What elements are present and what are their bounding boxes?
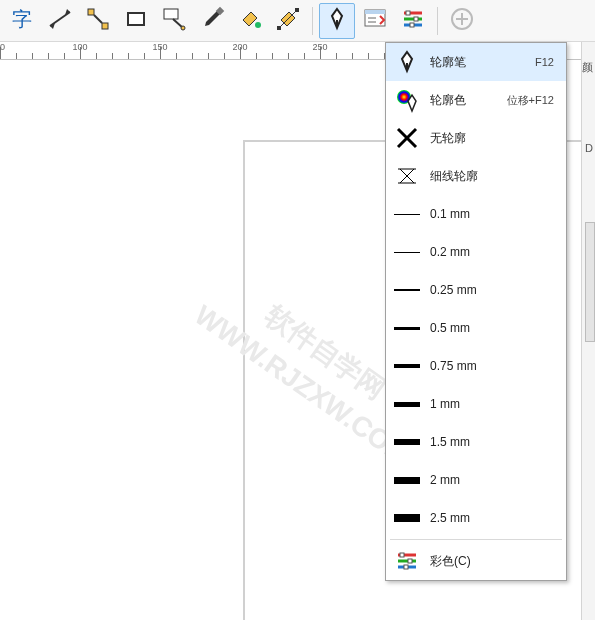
svg-rect-15	[295, 8, 299, 12]
dimension-tool-button[interactable]	[42, 3, 78, 39]
menu-item-label: 2 mm	[430, 473, 558, 487]
svg-rect-25	[414, 17, 418, 21]
svg-rect-24	[406, 11, 410, 15]
callout-tool-button[interactable]	[156, 3, 192, 39]
menu-item-label: 0.5 mm	[430, 321, 558, 335]
menu-item-label: 0.75 mm	[430, 359, 558, 373]
menu-item-10[interactable]: 1.5 mm	[386, 423, 566, 461]
interactive-fill-button[interactable]	[270, 3, 306, 39]
menu-item-0[interactable]: 轮廓笔F12	[386, 43, 566, 81]
menu-item-1[interactable]: 轮廓色位移+F12	[386, 81, 566, 119]
menu-item-7[interactable]: 0.5 mm	[386, 309, 566, 347]
line-width-sample	[394, 477, 420, 484]
menu-item-3[interactable]: 细线轮廓	[386, 157, 566, 195]
menu-item-14[interactable]: 彩色(C)	[386, 542, 566, 580]
menu-separator	[390, 539, 562, 540]
menu-item-label: 1 mm	[430, 397, 558, 411]
menu-item-label: 轮廓色	[430, 92, 497, 109]
ruler-label: 100	[72, 42, 87, 52]
hairline-icon	[394, 163, 420, 189]
right-panel-hint-1: 颜	[582, 60, 593, 75]
line-width-sample	[394, 252, 420, 253]
svg-rect-7	[128, 13, 144, 25]
ruler-label: 50	[0, 42, 5, 52]
property-docker-button[interactable]	[357, 3, 393, 39]
ruler-label: 200	[232, 42, 247, 52]
add-tool-icon	[449, 6, 475, 35]
menu-item-shortcut: F12	[535, 56, 558, 68]
toolbar-separator	[312, 7, 313, 35]
menu-item-12[interactable]: 2.5 mm	[386, 499, 566, 537]
options-button[interactable]	[395, 3, 431, 39]
color-dialog-icon	[394, 548, 420, 574]
callout-tool-icon	[161, 6, 187, 35]
svg-rect-8	[164, 9, 178, 19]
menu-item-5[interactable]: 0.2 mm	[386, 233, 566, 271]
svg-rect-18	[365, 10, 385, 14]
menu-item-label: 轮廓笔	[430, 54, 525, 71]
right-panel: 颜 D	[581, 42, 595, 620]
svg-rect-26	[410, 23, 414, 27]
menu-item-2[interactable]: 无轮廓	[386, 119, 566, 157]
right-panel-tab[interactable]	[585, 222, 595, 342]
toolbar-separator	[437, 7, 438, 35]
ruler-label: 150	[152, 42, 167, 52]
svg-rect-5	[102, 23, 108, 29]
line-width-sample	[394, 402, 420, 407]
ruler-label: 250	[312, 42, 327, 52]
connector-tool-icon	[85, 6, 111, 35]
menu-item-8[interactable]: 0.75 mm	[386, 347, 566, 385]
svg-point-10	[181, 26, 185, 30]
options-icon	[400, 6, 426, 35]
property-docker-icon	[362, 6, 388, 35]
menu-item-9[interactable]: 1 mm	[386, 385, 566, 423]
svg-rect-41	[400, 553, 404, 557]
eyedropper-tool-icon	[199, 6, 225, 35]
svg-rect-42	[408, 559, 412, 563]
fill-tool-button[interactable]	[232, 3, 268, 39]
svg-rect-4	[88, 9, 94, 15]
rectangle-tool-icon	[123, 6, 149, 35]
outline-pen-icon	[394, 49, 420, 75]
text-tool-icon: 字	[9, 6, 35, 35]
eyedropper-tool-button[interactable]	[194, 3, 230, 39]
add-tool-button[interactable]	[444, 3, 480, 39]
svg-rect-14	[277, 26, 281, 30]
fill-tool-icon	[237, 6, 263, 35]
line-width-sample	[394, 514, 420, 522]
menu-item-label: 1.5 mm	[430, 435, 558, 449]
menu-item-4[interactable]: 0.1 mm	[386, 195, 566, 233]
line-width-sample	[394, 364, 420, 368]
interactive-fill-icon	[275, 6, 301, 35]
no-outline-icon	[394, 125, 420, 151]
menu-item-shortcut: 位移+F12	[507, 93, 558, 108]
line-width-sample	[394, 439, 420, 445]
connector-tool-button[interactable]	[80, 3, 116, 39]
dimension-tool-icon	[47, 6, 73, 35]
svg-point-12	[255, 22, 261, 28]
menu-item-label: 0.2 mm	[430, 245, 558, 259]
menu-item-label: 细线轮廓	[430, 168, 558, 185]
toolbar: 字	[0, 0, 595, 42]
rectangle-tool-button[interactable]	[118, 3, 154, 39]
line-width-sample	[394, 327, 420, 330]
menu-item-11[interactable]: 2 mm	[386, 461, 566, 499]
menu-item-label: 0.1 mm	[430, 207, 558, 221]
menu-item-label: 彩色(C)	[430, 553, 558, 570]
right-panel-hint-2: D	[585, 142, 593, 154]
outline-color-icon	[394, 87, 420, 113]
svg-text:字: 字	[12, 8, 32, 30]
svg-rect-43	[404, 565, 408, 569]
menu-item-label: 无轮廓	[430, 130, 558, 147]
outline-dropdown: 轮廓笔F12轮廓色位移+F12无轮廓细线轮廓0.1 mm0.2 mm0.25 m…	[385, 42, 567, 581]
text-tool-button[interactable]: 字	[4, 3, 40, 39]
outline-pen-button[interactable]	[319, 3, 355, 39]
svg-line-6	[94, 15, 102, 23]
menu-item-6[interactable]: 0.25 mm	[386, 271, 566, 309]
line-width-sample	[394, 214, 420, 215]
line-width-sample	[394, 289, 420, 291]
outline-pen-icon	[324, 6, 350, 35]
menu-item-label: 0.25 mm	[430, 283, 558, 297]
menu-item-label: 2.5 mm	[430, 511, 558, 525]
svg-line-1	[50, 12, 70, 26]
